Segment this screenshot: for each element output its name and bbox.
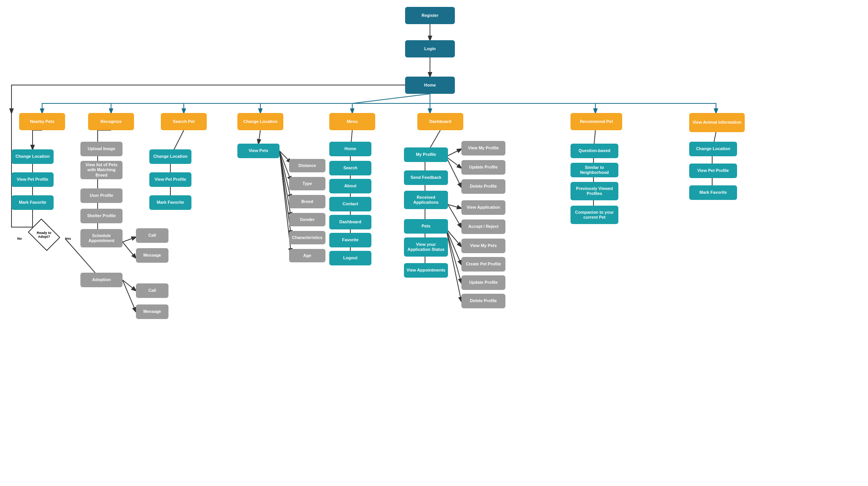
adopt-call-label: Call — [148, 288, 156, 293]
cl-type-node[interactable]: Type — [289, 177, 325, 190]
yes-label: Yes — [65, 237, 71, 241]
db-delete-profile2-node[interactable]: Delete Profile — [461, 294, 505, 308]
menu-home-label: Home — [345, 146, 356, 151]
db-view-my-profile-label: View My Profile — [468, 146, 499, 151]
menu-home-node[interactable]: Home — [329, 142, 371, 156]
nearby-pets-node[interactable]: Nearby Pets — [19, 113, 65, 130]
menu-dashboard-label: Dashboard — [339, 219, 361, 224]
db-delete-profile-node[interactable]: Delete Profile — [461, 179, 505, 194]
cl-gender-node[interactable]: Gender — [289, 213, 325, 226]
flowchart-diagram: Register Login Home Nearby Pets Change L… — [0, 0, 868, 486]
menu-dashboard-node[interactable]: Dashboard — [329, 215, 371, 229]
view-animal-info-node[interactable]: View Animal Information — [689, 113, 745, 132]
menu-node[interactable]: Menu — [329, 113, 375, 130]
home-node[interactable]: Home — [405, 77, 455, 94]
sp-mark-fav-label: Mark Favorite — [157, 200, 184, 205]
db-send-feedback-node[interactable]: Send Feedback — [404, 170, 448, 185]
cl-distance-label: Distance — [299, 163, 316, 168]
np-mark-fav-label: Mark Favorite — [19, 200, 46, 205]
dashboard-node[interactable]: Dashboard — [417, 113, 463, 130]
menu-favorite-node[interactable]: Favorite — [329, 233, 371, 247]
svg-line-37 — [448, 205, 461, 208]
rp-question-node[interactable]: Question-based — [570, 144, 618, 158]
svg-line-42 — [446, 229, 461, 301]
adoption-label: Adoption — [92, 277, 111, 282]
np-mark-fav-node[interactable]: Mark Favorite — [11, 195, 54, 210]
menu-contact-node[interactable]: Contact — [329, 197, 371, 211]
menu-about-label: About — [344, 183, 356, 188]
rp-companion-node[interactable]: Companion to your current Pet — [570, 206, 618, 224]
rp-prev-viewed-node[interactable]: Previously Viewed Profiles — [570, 182, 618, 200]
rec-message-node[interactable]: Message — [136, 248, 168, 263]
cl-characteristics-node[interactable]: Characteristics — [289, 231, 325, 244]
db-update-profile-node[interactable]: Update Profile — [461, 160, 505, 175]
search-pet-label: Search Pet — [173, 119, 195, 124]
adoption-node[interactable]: Adoption — [80, 273, 123, 287]
register-node[interactable]: Register — [405, 7, 455, 24]
menu-about-node[interactable]: About — [329, 179, 371, 193]
np-change-loc-node[interactable]: Change Location — [11, 149, 54, 164]
sp-mark-fav-node[interactable]: Mark Favorite — [149, 195, 191, 210]
search-pet-node[interactable]: Search Pet — [161, 113, 207, 130]
menu-favorite-label: Favorite — [342, 237, 359, 242]
sp-change-loc-node[interactable]: Change Location — [149, 149, 191, 164]
svg-line-40 — [446, 229, 461, 265]
db-pets-node[interactable]: Pets — [404, 219, 448, 234]
db-send-feedback-label: Send Feedback — [410, 175, 441, 180]
rec-upload-node[interactable]: Upload Image — [80, 142, 123, 156]
db-received-apps-node[interactable]: Received Applications — [404, 191, 448, 209]
menu-search-node[interactable]: Search — [329, 161, 371, 175]
rec-shelter-profile-node[interactable]: Shelter Profile — [80, 209, 123, 223]
db-accept-reject-label: Accept / Reject — [468, 224, 499, 229]
rec-user-profile-label: User Profile — [90, 193, 113, 198]
menu-label: Menu — [347, 119, 358, 124]
cl-distance-node[interactable]: Distance — [289, 159, 325, 172]
db-received-apps-label: Received Applications — [406, 195, 446, 205]
svg-line-2 — [352, 94, 430, 103]
cl-breed-node[interactable]: Breed — [289, 195, 325, 208]
home-label: Home — [424, 83, 436, 88]
rec-view-list-node[interactable]: View list of Pets with Matching Breed — [80, 161, 123, 179]
menu-logout-node[interactable]: Logout — [329, 251, 371, 265]
db-update-profile2-node[interactable]: Update Profile — [461, 275, 505, 290]
db-view-appointments-node[interactable]: View Appointments — [404, 263, 448, 278]
rec-user-profile-node[interactable]: User Profile — [80, 188, 123, 203]
db-accept-reject-node[interactable]: Accept / Reject — [461, 219, 505, 234]
db-my-profile-label: My Profile — [416, 152, 436, 157]
cl-view-pets-node[interactable]: View Pets — [237, 144, 280, 158]
menu-contact-label: Contact — [343, 201, 358, 206]
db-delete-profile2-label: Delete Profile — [470, 298, 497, 303]
db-create-pet-node[interactable]: Create Pet Profile — [461, 257, 505, 272]
change-location-top-node[interactable]: Change Location — [237, 113, 283, 130]
sp-view-pet-node[interactable]: View Pet Profile — [149, 172, 191, 187]
sp-view-pet-label: View Pet Profile — [155, 177, 186, 182]
login-node[interactable]: Login — [405, 40, 455, 57]
vai-mark-fav-node[interactable]: Mark Favorite — [689, 185, 737, 200]
rp-similar-node[interactable]: Similar to Neighborhood — [570, 163, 618, 177]
db-view-my-pets-label: View My Pets — [470, 243, 497, 248]
vai-view-pet-node[interactable]: View Pet Profile — [689, 164, 737, 178]
rec-schedule-node[interactable]: Schedule Appointment — [80, 229, 123, 247]
rp-similar-label: Similar to Neighborhood — [573, 165, 616, 175]
recognize-label: Recognize — [100, 119, 121, 124]
adopt-message-node[interactable]: Message — [136, 304, 168, 319]
rec-message-label: Message — [143, 253, 161, 258]
cl-age-label: Age — [303, 253, 311, 258]
db-view-application-node[interactable]: View Application — [461, 200, 505, 215]
cl-gender-label: Gender — [300, 217, 315, 222]
menu-search-label: Search — [343, 165, 358, 170]
db-view-app-status-node[interactable]: View your Application Status — [404, 237, 448, 257]
recommend-pet-node[interactable]: Recommend Pet — [570, 113, 622, 130]
adopt-call-node[interactable]: Call — [136, 283, 168, 298]
svg-line-11 — [123, 242, 136, 258]
db-view-my-profile-node[interactable]: View My Profile — [461, 141, 505, 155]
svg-line-34 — [446, 149, 461, 157]
np-view-pet-node[interactable]: View Pet Profile — [11, 172, 54, 187]
rec-call-node[interactable]: Call — [136, 228, 168, 243]
cl-age-node[interactable]: Age — [289, 249, 325, 262]
vai-change-loc-node[interactable]: Change Location — [689, 142, 737, 156]
cl-characteristics-label: Characteristics — [292, 235, 323, 240]
db-view-my-pets-node[interactable]: View My Pets — [461, 239, 505, 253]
recognize-node[interactable]: Recognize — [88, 113, 134, 130]
db-my-profile-node[interactable]: My Profile — [404, 147, 448, 162]
